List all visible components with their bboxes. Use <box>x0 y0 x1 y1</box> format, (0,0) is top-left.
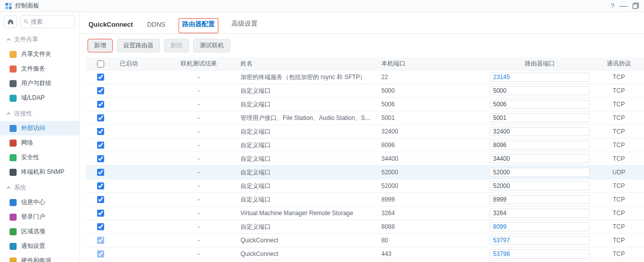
sidebar-item-security[interactable]: 安全性 <box>0 150 79 165</box>
row-local-port: 34400 <box>377 152 486 166</box>
sidebar-item-info-center[interactable]: 信息中心 <box>0 195 79 210</box>
sidebar-item-shared-folder[interactable]: 共享文件夹 <box>0 47 79 61</box>
table-row[interactable]: -自定义端口5000TCP <box>86 84 644 98</box>
router-port-input[interactable] <box>490 127 590 136</box>
row-test: - <box>161 220 236 234</box>
svg-rect-0 <box>6 3 8 5</box>
sidebar-item-icon <box>9 65 17 73</box>
sidebar-item-hardware[interactable]: 硬件和电源 <box>0 253 79 262</box>
sidebar-item-users-groups[interactable]: 用户与群组 <box>0 76 79 91</box>
row-enabled-checkbox[interactable] <box>97 101 104 108</box>
sidebar-item-label: 终端机和 SNMP <box>21 168 64 176</box>
router-port-input[interactable] <box>490 141 590 150</box>
col-name[interactable]: 姓名 <box>236 57 377 71</box>
sidebar-section-header[interactable]: 系统 <box>0 179 79 195</box>
row-enabled-checkbox[interactable] <box>97 142 104 149</box>
sidebar-section-header[interactable]: 连接性 <box>0 105 79 121</box>
table-row[interactable]: -自定义端口52000UDP <box>86 166 644 179</box>
row-enabled-checkbox[interactable] <box>97 114 104 121</box>
sidebar-item-login-portal[interactable]: 登录门户 <box>0 210 79 224</box>
row-enabled-checkbox[interactable] <box>97 87 104 94</box>
chevron-icon <box>6 37 11 42</box>
svg-rect-2 <box>6 6 8 9</box>
router-port-input[interactable] <box>490 113 590 122</box>
table-row[interactable]: -自定义端口34400TCP <box>86 152 644 166</box>
table-row[interactable]: -Virtual Machine Manager Remote Storage3… <box>86 207 644 220</box>
tab-quickconnect[interactable]: QuickConnect <box>88 19 134 33</box>
sidebar-item-icon <box>9 124 17 133</box>
row-enabled-checkbox[interactable] <box>97 210 104 217</box>
row-enabled-checkbox[interactable] <box>97 182 104 189</box>
router-port-input[interactable] <box>490 86 590 95</box>
row-test: - <box>161 247 236 261</box>
router-port-input[interactable] <box>490 73 590 82</box>
row-enabled-checkbox[interactable] <box>97 196 104 203</box>
tab-advanced[interactable]: 高级设置 <box>230 17 259 33</box>
router-port-input[interactable] <box>490 249 590 258</box>
tab-router-config[interactable]: 路由器配置 <box>179 18 218 33</box>
minimize-icon[interactable]: — <box>619 4 627 8</box>
router-port-input[interactable] <box>490 222 590 231</box>
row-test: - <box>161 179 236 193</box>
router-port-input[interactable] <box>490 168 590 177</box>
row-enabled-checkbox[interactable] <box>97 237 104 244</box>
sidebar-item-terminal-snmp[interactable]: 终端机和 SNMP <box>0 165 79 179</box>
sidebar-item-domain-ldap[interactable]: 域/LDAP <box>0 91 79 105</box>
sidebar-item-notification[interactable]: 通知设置 <box>0 239 79 253</box>
col-local-port[interactable]: 本机端口 <box>377 57 486 71</box>
row-enabled-checkbox[interactable] <box>97 169 104 176</box>
row-enabled-checkbox[interactable] <box>97 250 104 257</box>
chevron-icon <box>6 185 11 190</box>
router-port-input[interactable] <box>490 209 590 218</box>
sidebar-item-region[interactable]: 区域选项 <box>0 224 79 239</box>
sidebar-item-file-service[interactable]: 文件服务 <box>0 61 79 76</box>
table-row[interactable]: -自定义端口32400TCP <box>86 125 644 139</box>
select-all-checkbox[interactable] <box>97 60 104 68</box>
home-button[interactable] <box>4 15 17 28</box>
row-protocol: TCP <box>594 220 644 234</box>
col-checkbox[interactable] <box>86 57 116 71</box>
row-enabled-checkbox[interactable] <box>97 155 104 162</box>
table-row[interactable]: -加密的终端服务（包括加密的 rsync 和 SFTP）22TCP <box>86 71 644 84</box>
sidebar-section-header[interactable]: 文件共享 <box>0 31 79 47</box>
row-local-port: 5006 <box>377 98 486 111</box>
row-enabled-checkbox[interactable] <box>97 223 104 230</box>
add-button[interactable]: 新增 <box>88 39 113 52</box>
test-conn-button[interactable]: 测试联机 <box>193 39 230 52</box>
table-row[interactable]: -自定义端口5006TCP <box>86 98 644 111</box>
search-box[interactable] <box>20 15 75 28</box>
table-row[interactable]: -QuickConnect443TCP <box>86 247 644 261</box>
table-row[interactable]: -自定义端口8999TCP <box>86 193 644 207</box>
row-enabled-checkbox[interactable] <box>97 128 104 135</box>
table-row[interactable]: -QuickConnect80TCP <box>86 234 644 247</box>
sidebar-item-label: 登录门户 <box>21 213 45 221</box>
table-row[interactable]: -自定义端口8088TCP <box>86 220 644 234</box>
maximize-icon[interactable] <box>632 3 639 9</box>
router-port-input[interactable] <box>490 195 590 204</box>
col-protocol[interactable]: 通讯协议 <box>594 57 644 71</box>
toolbar: 新增设置路由器删除测试联机 <box>79 34 644 57</box>
sidebar-item-label: 用户与群组 <box>21 79 51 88</box>
col-test[interactable]: 联机测试结果 <box>161 57 236 71</box>
sidebar-item-external-access[interactable]: 外部访问 <box>0 121 79 136</box>
router-port-input[interactable] <box>490 154 590 163</box>
router-port-input[interactable] <box>490 100 590 109</box>
sidebar-item-label: 外部访问 <box>21 124 45 133</box>
sidebar-item-network[interactable]: 网络 <box>0 136 79 150</box>
help-icon[interactable]: ? <box>611 2 614 10</box>
sidebar-item-icon <box>9 213 17 221</box>
col-router-port[interactable]: 路由器端口 <box>486 57 594 71</box>
col-enabled[interactable]: 已启动 <box>116 57 161 71</box>
tab-ddns[interactable]: DDNS <box>146 19 167 33</box>
table-row[interactable]: -自定义端口8096TCP <box>86 139 644 152</box>
setup-router-button[interactable]: 设置路由器 <box>117 39 160 52</box>
sidebar-item-icon <box>9 242 17 250</box>
search-input[interactable] <box>31 18 71 25</box>
row-protocol: TCP <box>594 84 644 98</box>
sidebar-item-label: 网络 <box>21 139 33 147</box>
router-port-input[interactable] <box>490 236 590 245</box>
table-row[interactable]: -管理用户接口、File Station、Audio Station、Surve… <box>86 111 644 125</box>
row-enabled-checkbox[interactable] <box>97 74 104 81</box>
table-row[interactable]: -自定义端口52000TCP <box>86 179 644 193</box>
router-port-input[interactable] <box>490 181 590 190</box>
